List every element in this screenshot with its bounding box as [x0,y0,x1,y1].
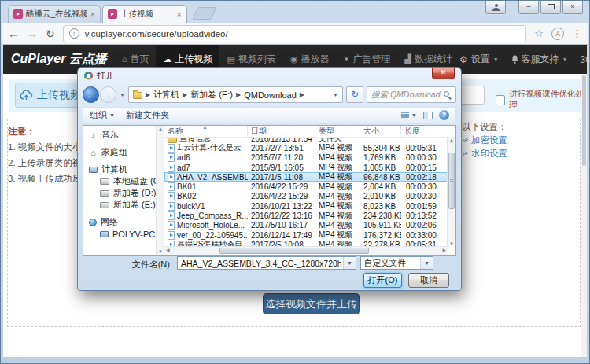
file-size-cell: 1,769 KB [360,153,401,162]
places-sidebar: ♪音乐⌂家庭组计算机本地磁盘 (C:)新加卷 (D:)新加卷 (E:)网络POL… [83,126,156,255]
browser-tab-cuplayer-home[interactable]: ▸ 酷播云_在线视频全终端... × [8,5,101,23]
chevron-down-icon[interactable]: ▼ [333,92,338,97]
chrome-icon [84,72,93,80]
filetype-combobox[interactable]: 自定义文件 ▼ [360,256,433,270]
preview-pane-icon[interactable] [423,112,433,119]
breadcrumb-qmdownload[interactable]: QMDownload [244,90,297,100]
nav-back-button[interactable]: ← [83,86,99,103]
sidebar-item-POLYV-PC[interactable]: POLYV-PC [83,228,156,240]
dialog-command-bar: 组织 ▼ 新建文件夹 ▼ ? [83,107,456,123]
refresh-button[interactable]: ↻ [346,86,363,103]
open-button[interactable]: 打开(O) [363,273,402,288]
file-row[interactable]: buickV12016/10/21 13:22MP4 视频8,023 KB00:… [164,201,448,211]
file-size-cell: 105,911 KB [360,221,401,230]
file-row[interactable]: 1.云计算-什么是云2017/2/7 13:51MP4 视频55,304 KB0… [164,143,448,153]
close-button[interactable]: × [562,1,583,14]
cancel-button[interactable]: 取消 [408,273,449,288]
search-input[interactable]: 搜索 QMDownload [367,86,456,103]
address-bar[interactable]: i v.cuplayer.com/secure/uploadvideo/ [63,25,527,42]
browser-tab-upload-video[interactable]: ▸ 上传视频 × [102,5,187,23]
filename-value: AHA_V2_ASSEMBLY_3.4_CC-_1280x720h [181,259,342,268]
sidebar-item-新加卷 (E:)[interactable]: 新加卷 (E:) [83,199,156,211]
nav-forward-button[interactable]: → [100,86,116,103]
file-row[interactable]: Microsoft_HoloLe...2017/5/10 16:17MP4 视频… [164,221,448,230]
sidebar-item-计算机[interactable]: 计算机 [83,164,156,175]
chevron-down-icon[interactable]: ▼ [343,257,356,269]
tab-close-icon[interactable]: × [90,10,95,18]
file-name-cell: BK02 [164,192,248,200]
scroll-up-icon[interactable]: ▲ [448,138,455,142]
media-icon [168,173,175,182]
change-view-button[interactable]: ▼ [401,112,417,119]
column-header-length[interactable]: 长度 [401,126,455,137]
file-list-header: ▲ 名称 日期 类型 大小 长度 [164,126,455,138]
extension-icon[interactable]: A [551,28,564,40]
dialog-titlebar[interactable]: 打开 [78,68,461,83]
dialog-close-button[interactable]: ✕ [432,68,455,79]
nav-item-label: 上传视频 [175,53,212,66]
file-row[interactable]: ad62015/7/7 11:20MP4 视频1,769 KB00:00:30 [164,153,448,163]
file-row[interactable]: ver_00_22-105945...2016/12/14 17:49MP4 视… [164,230,448,240]
browser-menu-icon[interactable]: ⋮ [572,28,582,39]
sidebar-item-本地磁盘 (C:)[interactable]: 本地磁盘 (C:) [83,175,156,187]
filename-combobox[interactable]: AHA_V2_ASSEMBLY_3.4_CC-_1280x720h ▼ [177,256,356,270]
support-label: 客服支持 [522,53,559,66]
file-row[interactable]: BK022016/4/22 15:29MP4 视频2,010 KB00:00:3… [164,192,448,201]
chevron-down-icon[interactable]: ▼ [420,257,433,269]
select-video-upload-button[interactable]: 选择视频文件并上传 [263,293,360,314]
column-header-date[interactable]: 日期 [248,126,315,137]
sidebar-scrollbar[interactable]: ▲ ▼ [156,126,164,255]
help-icon[interactable]: ? [439,110,449,120]
new-folder-button[interactable]: 新建文件夹 [126,109,169,121]
chevron-down-icon[interactable]: ▼ [120,92,125,97]
tab-close-icon[interactable]: × [177,10,182,18]
scrollbar-thumb[interactable] [582,75,586,166]
chevron-down-icon: ▼ [411,112,417,118]
optimize-checkbox[interactable] [496,95,505,105]
list-vertical-scrollbar[interactable]: ▲ ▼ [447,137,455,247]
site-logo[interactable]: CuPlayer 云点播 [11,51,107,68]
watermark-settings-link[interactable]: 水印设置 [462,147,507,160]
file-row[interactable]: ad72015/9/1 16:05MP4 视频1,005 KB00:00:15 [164,163,448,172]
sidebar-item-音乐[interactable]: ♪音乐 [83,129,156,141]
breadcrumb-computer[interactable]: 计算机 [153,89,179,101]
window-controls: – × [485,1,583,14]
profile-button[interactable] [485,1,506,14]
new-tab-button[interactable] [192,7,216,20]
file-row[interactable]: BK012016/4/22 15:29MP4 视频2,004 KB00:00:3… [164,182,448,191]
file-size-cell: 176,372 KB [360,231,401,240]
search-icon [444,91,452,99]
column-header-size[interactable]: 大小 [360,126,401,137]
computer-icon [100,231,109,237]
page-scrollbar[interactable] [581,74,587,357]
list-icon: ▤ [227,55,234,64]
scroll-down-icon[interactable]: ▼ [448,241,455,246]
sidebar-item-网络[interactable]: 网络 [83,216,156,228]
reload-icon[interactable]: ↻ [46,28,55,39]
breadcrumb-drive-e[interactable]: 新加卷 (E:) [190,89,233,101]
back-icon[interactable]: ← [8,28,19,39]
account-menu[interactable]: 3048646311@qq... ▼ [581,54,587,65]
music-icon: ♪ [89,131,98,140]
encrypt-settings-link[interactable]: 加密设置 [462,134,507,147]
media-icon [168,211,175,220]
file-row[interactable]: Jeep_Compass_R...2016/12/22 13:16MP4 视频2… [164,211,448,220]
settings-menu[interactable]: ⚙ 设置 ▼ [459,53,499,66]
scroll-up-icon[interactable]: ▲ [157,127,164,131]
breadcrumb[interactable]: ▶ 计算机 ▶ 新加卷 (E:) ▶ QMDownload ▶ ▼ [128,86,343,103]
sidebar-item-新加卷 (D:)[interactable]: 新加卷 (D:) [83,187,156,199]
bookmark-star-icon[interactable]: ☆ [534,28,544,39]
sidebar-item-家庭组[interactable]: ⌂家庭组 [83,146,156,158]
page-info-icon[interactable]: i [69,28,79,39]
file-row[interactable]: AHA_V2_ASSEMBL...2017/1/5 11:08MP4 视频96,… [164,172,448,182]
organize-menu[interactable]: 组织 ▼ [90,109,115,121]
support-menu[interactable]: 客服支持 ▼ [511,53,568,66]
minimize-button[interactable]: – [518,1,539,14]
file-name: buickV1 [177,202,205,211]
tab-title: 酷播云_在线视频全终端... [26,9,87,20]
forward-icon[interactable]: → [27,28,38,39]
column-header-type[interactable]: 类型 [315,126,360,137]
maximize-button[interactable] [540,1,561,14]
scrollbar-thumb[interactable] [448,153,455,209]
file-name: 1.云计算-什么是云 [177,142,242,153]
